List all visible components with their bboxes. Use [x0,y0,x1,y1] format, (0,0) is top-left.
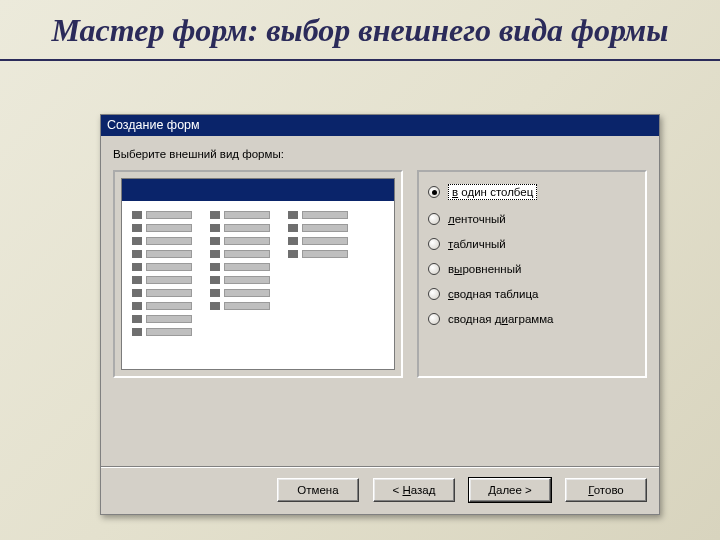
preview-column [210,211,270,336]
dialog-titlebar: Создание форм [101,115,659,136]
form-wizard-dialog: Создание форм Выберите внешний вид формы… [100,114,660,515]
layout-preview-window [121,178,395,370]
radio-icon [428,313,440,325]
radio-label: сводная таблица [448,288,538,300]
layout-preview-panel [113,170,403,378]
radio-pivot-chart[interactable]: сводная диаграмма [422,307,642,332]
preview-column [132,211,192,336]
finish-button[interactable]: Готово [565,478,647,502]
radio-columnar[interactable]: в один столбец [422,178,642,207]
radio-label: в один столбец [448,184,537,200]
radio-icon [428,288,440,300]
radio-tabular-ribbon[interactable]: ленточный [422,207,642,232]
radio-pivot-table[interactable]: сводная таблица [422,282,642,307]
radio-icon [428,186,440,198]
instruction-text: Выберите внешний вид формы: [113,148,647,160]
radio-icon [428,213,440,225]
button-separator [101,466,659,468]
radio-label: ленточный [448,213,506,225]
radio-label: сводная диаграмма [448,313,554,325]
preview-body [122,201,394,369]
radio-icon [428,263,440,275]
radio-justified[interactable]: выровненный [422,257,642,282]
radio-icon [428,238,440,250]
preview-titlebar [122,179,394,201]
radio-datasheet[interactable]: табличный [422,232,642,257]
back-button[interactable]: < Назад [373,478,455,502]
button-row: Отмена < Назад Далее > Готово [101,478,659,514]
next-button[interactable]: Далее > [469,478,551,502]
radio-label: выровненный [448,263,521,275]
layout-options-group: в один столбец ленточный табличный выров… [417,170,647,378]
cancel-button[interactable]: Отмена [277,478,359,502]
radio-label: табличный [448,238,506,250]
slide-title: Мастер форм: выбор внешнего вида формы [0,0,720,55]
title-divider [0,59,720,61]
preview-column [288,211,348,336]
